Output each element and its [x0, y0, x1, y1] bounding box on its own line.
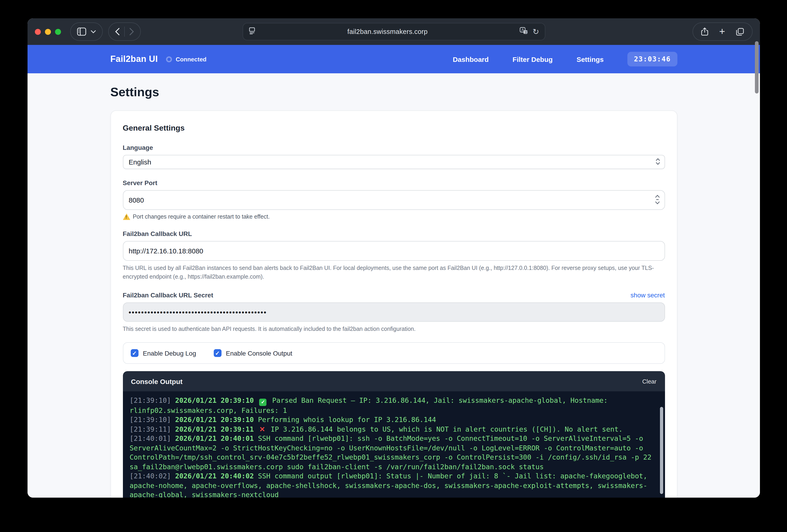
log-datetime: 2026/01/21 20:40:02: [175, 472, 258, 480]
console-clear-button[interactable]: Clear: [642, 378, 657, 385]
zoom-window-button[interactable]: [55, 29, 61, 35]
console-title: Console Output: [131, 378, 183, 385]
sidebar-icon[interactable]: [77, 27, 86, 36]
chevron-down-icon[interactable]: [91, 30, 96, 33]
log-datetime: 2026/01/21 20:39:11: [175, 425, 258, 433]
language-selected-value: English: [129, 158, 151, 166]
debug-toggles-group: ✓Enable Debug Log✓Enable Console Output: [123, 342, 665, 364]
toggle-label: Enable Console Output: [226, 350, 292, 357]
nav-link-settings[interactable]: Settings: [576, 55, 603, 63]
history-nav-group: [108, 22, 141, 41]
forward-button[interactable]: [129, 28, 134, 35]
page-scrollbar-thumb[interactable]: [755, 41, 759, 93]
general-settings-card: General Settings Language English Server…: [110, 110, 677, 497]
log-message: IP 3.216.86.144 belongs to US, which is …: [271, 425, 622, 433]
console-header: Console Output Clear: [123, 371, 665, 392]
new-tab-icon[interactable]: +: [719, 27, 725, 37]
secret-input[interactable]: ••••••••••••••••••••••••••••••••••••••••…: [123, 302, 665, 322]
tab-overview-icon[interactable]: [736, 28, 744, 36]
log-local-timestamp: [21:40:02]: [130, 472, 175, 480]
toggle-label: Enable Debug Log: [143, 350, 196, 357]
warning-icon: [123, 214, 130, 220]
console-line: [21:40:01] 2026/01/21 20:40:01 SSH comma…: [130, 434, 654, 471]
log-datetime: 2026/01/21 20:39:10: [175, 397, 258, 405]
show-secret-link[interactable]: show secret: [631, 291, 665, 298]
clock-badge: 23:03:46: [628, 52, 677, 66]
svg-text:文: 文: [525, 30, 528, 34]
secret-masked-value: ••••••••••••••••••••••••••••••••••••••••…: [129, 308, 267, 316]
connection-status: Connected: [166, 56, 206, 63]
server-port-label: Server Port: [123, 179, 665, 186]
console-scrollbar-thumb[interactable]: [660, 407, 663, 494]
share-icon[interactable]: [701, 27, 708, 36]
sidebar-toggle-group: [70, 22, 103, 41]
close-window-button[interactable]: [35, 29, 41, 35]
connected-indicator-icon: [166, 56, 172, 62]
card-heading: General Settings: [123, 124, 665, 133]
reader-view-icon[interactable]: [248, 27, 255, 36]
nav-link-filter-debug[interactable]: Filter Debug: [512, 55, 553, 63]
log-datetime: 2026/01/21 20:40:01: [175, 435, 258, 443]
traffic-lights: [35, 29, 61, 35]
connection-status-label: Connected: [176, 56, 206, 63]
callback-url-label: Fail2ban Callback URL: [123, 230, 665, 237]
checkbox-checked-icon[interactable]: ✓: [213, 349, 221, 357]
back-button[interactable]: [115, 28, 120, 35]
server-port-value: 8080: [129, 196, 144, 204]
server-port-input[interactable]: 8080: [123, 190, 665, 210]
console-line: [21:40:02] 2026/01/21 20:40:02 SSH comma…: [130, 471, 654, 497]
url-text[interactable]: fail2ban.swissmakers.corp: [255, 28, 520, 35]
console-line: [21:39:11] 2026/01/21 20:39:11 ✕ IP 3.21…: [130, 424, 654, 434]
toolbar-right-group: +: [693, 22, 752, 41]
minimize-window-button[interactable]: [45, 29, 51, 35]
checkbox-checked-icon[interactable]: ✓: [130, 349, 138, 357]
select-updown-icon: [656, 158, 660, 166]
app-navbar: Fail2ban UI Connected Dashboard Filter D…: [27, 45, 760, 73]
address-bar[interactable]: fail2ban.swissmakers.corp A 文 ↻: [242, 23, 545, 40]
console-log[interactable]: [21:39:10] 2026/01/21 20:39:10 ✓ Parsed …: [123, 392, 665, 498]
callback-url-input[interactable]: http://172.16.10.18:8080: [123, 241, 665, 261]
browser-toolbar: fail2ban.swissmakers.corp A 文 ↻: [27, 18, 760, 45]
app-brand: Fail2ban UI: [110, 54, 158, 64]
toggle-enable-debug-log[interactable]: ✓Enable Debug Log: [130, 349, 196, 357]
browser-window: fail2ban.swissmakers.corp A 文 ↻: [27, 18, 760, 497]
language-select[interactable]: English: [123, 155, 665, 169]
log-local-timestamp: [21:39:10]: [130, 397, 175, 405]
console-panel: Console Output Clear [21:39:10] 2026/01/…: [123, 371, 665, 498]
console-line: [21:39:10] 2026/01/21 20:39:10 ✓ Parsed …: [130, 396, 654, 415]
console-line: [21:39:10] 2026/01/21 20:39:10 Performin…: [130, 415, 654, 424]
toggle-enable-console-output[interactable]: ✓Enable Console Output: [213, 349, 292, 357]
log-message: Performing whois lookup for IP 3.216.86.…: [258, 416, 436, 424]
log-local-timestamp: [21:39:10]: [130, 416, 175, 424]
secret-label: Fail2ban Callback URL Secret: [123, 291, 213, 298]
nav-links: Dashboard Filter Debug Settings 23:03:46: [453, 52, 677, 66]
number-stepper-icon[interactable]: [655, 194, 660, 206]
log-local-timestamp: [21:40:01]: [130, 435, 175, 443]
port-warning-text: Port changes require a container restart…: [133, 214, 270, 220]
page-title: Settings: [110, 85, 677, 99]
port-warning: Port changes require a container restart…: [123, 214, 665, 220]
log-local-timestamp: [21:39:11]: [130, 425, 175, 433]
desktop: fail2ban.swissmakers.corp A 文 ↻: [0, 0, 787, 532]
translate-icon[interactable]: A 文: [520, 27, 528, 37]
toolbar-divider: [124, 27, 125, 37]
log-datetime: 2026/01/21 20:39:10: [175, 416, 258, 424]
callback-url-helper: This URL is used by all Fail2Ban instanc…: [123, 264, 665, 281]
cross-icon: ✕: [259, 425, 265, 433]
secret-helper: This secret is used to authenticate ban …: [123, 325, 665, 333]
reload-icon[interactable]: ↻: [533, 27, 539, 37]
check-icon: ✓: [259, 398, 267, 406]
page-body: Settings General Settings Language Engli…: [27, 73, 760, 497]
nav-link-dashboard[interactable]: Dashboard: [453, 55, 489, 63]
callback-url-value: http://172.16.10.18:8080: [129, 247, 203, 255]
language-label: Language: [123, 144, 665, 151]
